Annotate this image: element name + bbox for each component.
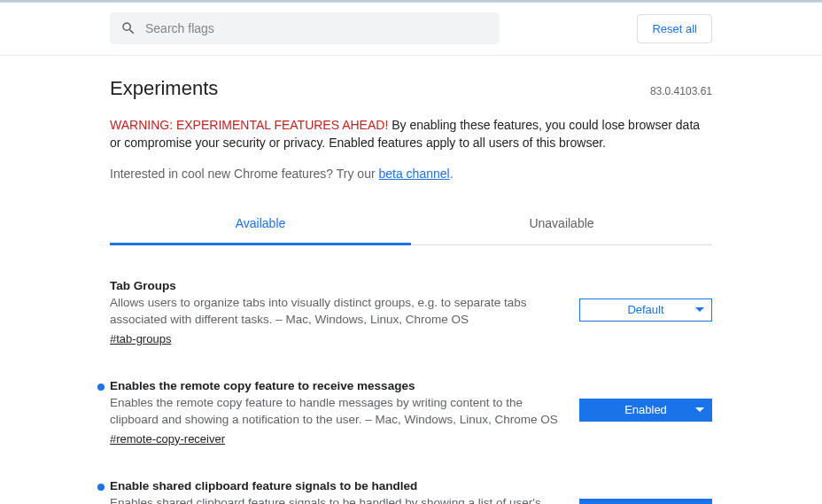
flags-list: Tab GroupsAllows users to organize tabs …	[110, 279, 712, 504]
search-input[interactable]	[145, 21, 489, 35]
search-field[interactable]	[110, 12, 500, 44]
page-title: Experiments	[110, 77, 218, 100]
flag-title: Tab Groups	[110, 279, 562, 292]
tabs: Available Unavailable	[110, 204, 712, 245]
flag-control: Enabled	[579, 479, 712, 504]
flag-description: Enables shared clipboard feature signals…	[110, 494, 562, 504]
flag-item: Enable shared clipboard feature signals …	[110, 479, 712, 504]
version-label: 83.0.4103.61	[650, 85, 712, 97]
reset-all-button[interactable]: Reset all	[637, 14, 712, 43]
flag-item: Enables the remote copy feature to recei…	[110, 379, 712, 446]
search-icon	[120, 20, 136, 36]
flag-select[interactable]: Enabled	[579, 399, 712, 422]
modified-indicator-icon	[97, 484, 105, 491]
flag-body: Tab GroupsAllows users to organize tabs …	[110, 279, 562, 345]
interest-suffix: .	[450, 167, 454, 181]
flag-select-value: Enabled	[624, 403, 667, 416]
chevron-down-icon	[695, 407, 704, 413]
interest-text: Interested in cool new Chrome features? …	[110, 167, 712, 181]
tab-unavailable[interactable]: Unavailable	[411, 204, 712, 244]
beta-channel-link[interactable]: beta channel	[378, 167, 449, 181]
flag-permalink[interactable]: #remote-copy-receiver	[110, 432, 225, 446]
flag-item: Tab GroupsAllows users to organize tabs …	[110, 279, 712, 345]
warning-red: WARNING: EXPERIMENTAL FEATURES AHEAD!	[110, 118, 388, 132]
flag-select-value: Default	[627, 303, 663, 316]
flag-select[interactable]: Default	[579, 299, 712, 322]
tab-available[interactable]: Available	[110, 204, 411, 245]
header-bar: Reset all	[0, 3, 822, 56]
flag-description: Enables the remote copy feature to handl…	[110, 394, 562, 429]
modified-indicator-icon	[97, 384, 105, 391]
content-area: Experiments 83.0.4103.61 WARNING: EXPERI…	[101, 56, 721, 504]
interest-prefix: Interested in cool new Chrome features? …	[110, 167, 378, 181]
flag-title: Enables the remote copy feature to recei…	[110, 379, 562, 392]
chevron-down-icon	[695, 307, 704, 313]
flag-title: Enable shared clipboard feature signals …	[110, 479, 562, 492]
flag-control: Enabled	[579, 379, 712, 446]
flag-description: Allows users to organize tabs into visua…	[110, 294, 562, 329]
flag-permalink[interactable]: #tab-groups	[110, 332, 171, 345]
flag-control: Default	[579, 279, 712, 345]
warning-text: WARNING: EXPERIMENTAL FEATURES AHEAD! By…	[110, 116, 712, 152]
flag-body: Enable shared clipboard feature signals …	[110, 479, 562, 504]
flag-select[interactable]: Enabled	[579, 499, 712, 504]
flag-body: Enables the remote copy feature to recei…	[110, 379, 562, 446]
